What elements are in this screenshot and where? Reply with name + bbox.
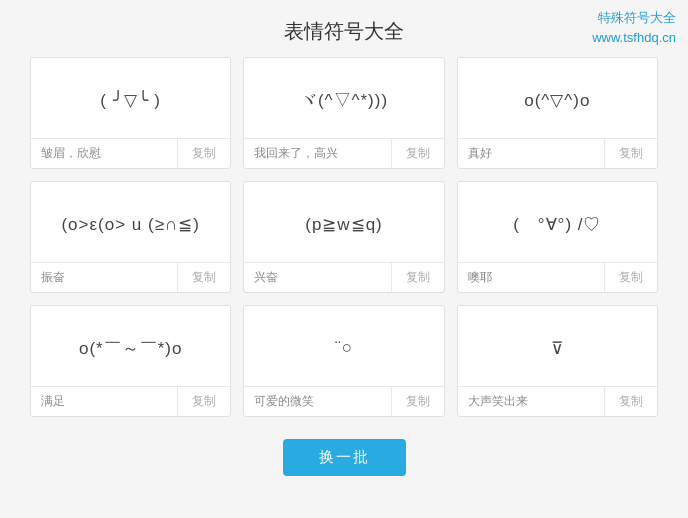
copy-button[interactable]: 复制 — [391, 263, 444, 292]
card-label: 噢耶 — [458, 263, 604, 292]
card-footer: 可爱的微笑复制 — [244, 386, 443, 416]
card-footer: 噢耶复制 — [458, 262, 657, 292]
card-label: 皱眉，欣慰 — [31, 139, 177, 168]
card-footer: 真好复制 — [458, 138, 657, 168]
emoji-card: ⊽大声笑出来复制 — [457, 305, 658, 417]
emoji-symbol: ヾ(^▽^*))) — [244, 58, 443, 138]
copy-button[interactable]: 复制 — [391, 387, 444, 416]
emoji-symbol: ¨○ — [244, 306, 443, 386]
card-footer: 大声笑出来复制 — [458, 386, 657, 416]
brand-link[interactable]: 特殊符号大全 www.tsfhdq.cn — [592, 8, 676, 47]
emoji-card: o(^▽^)o真好复制 — [457, 57, 658, 169]
emoji-symbol: o(^▽^)o — [458, 58, 657, 138]
card-footer: 满足复制 — [31, 386, 230, 416]
emoji-card: ( °∀°) /♡噢耶复制 — [457, 181, 658, 293]
copy-button[interactable]: 复制 — [177, 263, 230, 292]
copy-button[interactable]: 复制 — [604, 139, 657, 168]
emoji-card: (p≧w≦q)兴奋复制 — [243, 181, 444, 293]
copy-button[interactable]: 复制 — [391, 139, 444, 168]
card-label: 满足 — [31, 387, 177, 416]
card-label: 振奋 — [31, 263, 177, 292]
emoji-card: (o>ε(o> u (≥∩≦)振奋复制 — [30, 181, 231, 293]
emoji-symbol: o(*￣～￣*)o — [31, 306, 230, 386]
button-area: 换一批 — [0, 427, 688, 494]
emoji-symbol: (o>ε(o> u (≥∩≦) — [31, 182, 230, 262]
emoji-symbol: ( °∀°) /♡ — [458, 182, 657, 262]
emoji-symbol: ⊽ — [458, 306, 657, 386]
card-footer: 我回来了，高兴复制 — [244, 138, 443, 168]
next-batch-button[interactable]: 换一批 — [283, 439, 406, 476]
copy-button[interactable]: 复制 — [604, 387, 657, 416]
copy-button[interactable]: 复制 — [604, 263, 657, 292]
copy-button[interactable]: 复制 — [177, 139, 230, 168]
card-label: 大声笑出来 — [458, 387, 604, 416]
emoji-card: ( ╯▽╰ )皱眉，欣慰复制 — [30, 57, 231, 169]
card-footer: 皱眉，欣慰复制 — [31, 138, 230, 168]
emoji-symbol: ( ╯▽╰ ) — [31, 58, 230, 138]
emoji-card: ¨○可爱的微笑复制 — [243, 305, 444, 417]
copy-button[interactable]: 复制 — [177, 387, 230, 416]
card-label: 可爱的微笑 — [244, 387, 390, 416]
card-label: 我回来了，高兴 — [244, 139, 390, 168]
page-title: 表情符号大全 — [0, 0, 688, 57]
card-footer: 兴奋复制 — [244, 262, 443, 292]
card-label: 兴奋 — [244, 263, 390, 292]
emoji-card: ヾ(^▽^*)))我回来了，高兴复制 — [243, 57, 444, 169]
emoji-grid: ( ╯▽╰ )皱眉，欣慰复制ヾ(^▽^*)))我回来了，高兴复制o(^▽^)o真… — [0, 57, 688, 427]
card-label: 真好 — [458, 139, 604, 168]
brand-line2: www.tsfhdq.cn — [592, 30, 676, 45]
brand-line1: 特殊符号大全 — [598, 10, 676, 25]
card-footer: 振奋复制 — [31, 262, 230, 292]
emoji-card: o(*￣～￣*)o满足复制 — [30, 305, 231, 417]
emoji-symbol: (p≧w≦q) — [244, 182, 443, 262]
